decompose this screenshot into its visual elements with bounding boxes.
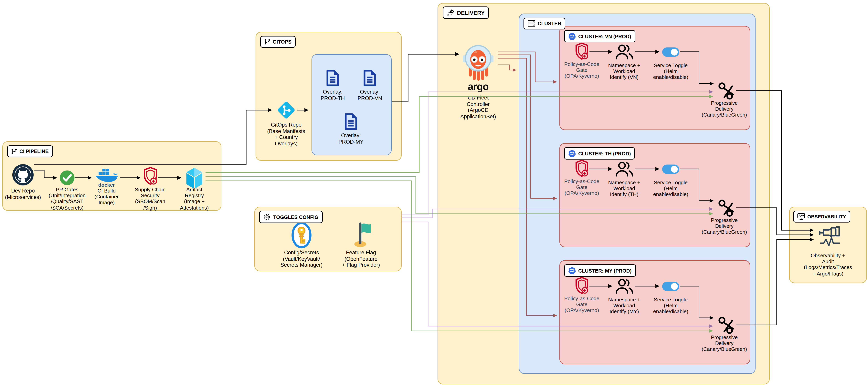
docker-icon: [94, 167, 120, 183]
observability-telescope-icon: [818, 226, 842, 246]
vn-progressive-label: Progressive Delivery (Canary/BlueGreen): [691, 100, 757, 118]
cluster-my-badge: CLUSTER: MY (PROD): [564, 264, 636, 277]
argo-icon: [462, 43, 495, 81]
pr-gates-label: PR Gates (Unit/Integration /Quality/SAST…: [43, 187, 91, 211]
my-people-icon: [615, 278, 633, 294]
observability-label: Observability + Audit (Logs/Metrics/Trac…: [793, 253, 863, 277]
kubernetes-icon: [568, 150, 576, 157]
gitops-title: GITOPS: [273, 39, 291, 45]
vn-toggle-label: Service Toggle (Helm enable/disable): [646, 62, 695, 81]
th-scissors-icon: [717, 199, 735, 217]
pr-gates-check-icon: [60, 170, 75, 186]
artifact-registry-cube-icon: [184, 167, 205, 190]
artifact-registry-label: Artifact Registry (Image + Attestations): [172, 187, 217, 211]
argo-wordmark: argo: [457, 81, 499, 93]
delivery-badge: DELIVERY: [443, 6, 489, 19]
cluster-my-title: CLUSTER: MY (PROD): [578, 268, 632, 274]
overlay-my-doc-icon: [344, 113, 358, 130]
my-toggle-icon: [662, 281, 680, 291]
kubernetes-icon: [568, 267, 576, 274]
rocket-icon: [447, 9, 455, 17]
vn-policy-shield-icon: [575, 42, 589, 61]
observability-title: OBSERVABILITY: [807, 214, 846, 219]
git-branch-icon: [11, 148, 17, 155]
cluster-vn-title: CLUSTER: VN (PROD): [578, 33, 631, 39]
my-namespace-label: Namespace + Workload Identify (MY): [597, 297, 651, 315]
th-toggle-icon: [662, 164, 680, 174]
my-progressive-label: Progressive Delivery (Canary/BlueGreen): [691, 334, 757, 352]
monitor-pulse-icon: [797, 213, 805, 220]
config-secrets-label: Config/Secrets (Vault/KeyVault/ Secrets …: [276, 250, 328, 268]
th-people-icon: [615, 161, 633, 177]
overlay-vn-doc-icon: [363, 69, 377, 87]
cluster-th-title: CLUSTER: TH (PROD): [578, 151, 631, 156]
cluster-vn-badge: CLUSTER: VN (PROD): [564, 30, 635, 42]
gear-icon: [263, 213, 271, 221]
overlay-vn-label: Overlay: PROD-VN: [352, 89, 388, 101]
th-namespace-label: Namespace + Workload Identify (TH): [597, 180, 651, 198]
toggles-title: TOGGLES CONFIG: [273, 214, 318, 220]
diagram-canvas: CI PIPELINE GITOPS TOGGLES CONFIG DELIVE…: [0, 0, 868, 385]
docker-wordmark: docker: [90, 182, 123, 188]
github-icon: [12, 164, 34, 186]
ci-pipeline-badge: CI PIPELINE: [7, 146, 53, 157]
my-policy-shield-icon: [575, 277, 589, 295]
vn-scissors-icon: [717, 82, 735, 99]
overlay-th-label: Overlay: PROD-TH: [315, 89, 350, 101]
feature-flag-icon: [350, 221, 372, 248]
overlay-my-label: Overlay: PROD-MY: [333, 132, 369, 145]
ci-pipeline-title: CI PIPELINE: [20, 148, 49, 154]
feature-flag-label: Feature Flag (OpenFeature + Flag Provide…: [335, 250, 388, 268]
delivery-title: DELIVERY: [457, 9, 485, 16]
supply-chain-label: Supply Chain Security (SBOM/Scan /Sign): [127, 187, 174, 211]
cluster-th-badge: CLUSTER: TH (PROD): [564, 147, 635, 160]
vn-namespace-label: Namespace + Workload Identify (VN): [597, 62, 651, 81]
vn-toggle-icon: [662, 47, 680, 57]
ci-build-label: CI Build (Container Image): [86, 188, 127, 206]
gitops-repo-icon: [276, 99, 297, 121]
server-rack-icon: [528, 20, 535, 27]
th-policy-shield-icon: [575, 160, 589, 178]
toggles-badge: TOGGLES CONFIG: [259, 211, 322, 223]
overlay-th-doc-icon: [326, 69, 340, 87]
cd-fleet-label: CD Fleet Controller (ArgoCD ApplicationS…: [451, 95, 505, 120]
vn-people-icon: [615, 43, 633, 60]
git-branch-icon: [265, 38, 270, 45]
observability-badge: OBSERVABILITY: [793, 211, 850, 223]
cluster-group-title: CLUSTER: [538, 21, 561, 27]
cluster-group-badge: CLUSTER: [524, 18, 565, 29]
th-progressive-label: Progressive Delivery (Canary/BlueGreen): [691, 217, 757, 235]
kubernetes-icon: [568, 32, 576, 40]
th-toggle-label: Service Toggle (Helm enable/disable): [646, 180, 695, 198]
my-scissors-icon: [717, 316, 735, 334]
dev-repo-label: Dev Repo (Microservices): [1, 188, 45, 200]
config-secrets-key-icon: [291, 222, 312, 249]
supply-chain-shield-icon: [143, 167, 158, 186]
my-toggle-label: Service Toggle (Helm enable/disable): [646, 297, 695, 315]
gitops-repo-label: GitOps Repo (Base Manifests + Country Ov…: [259, 122, 313, 147]
gitops-badge: GITOPS: [260, 36, 296, 48]
